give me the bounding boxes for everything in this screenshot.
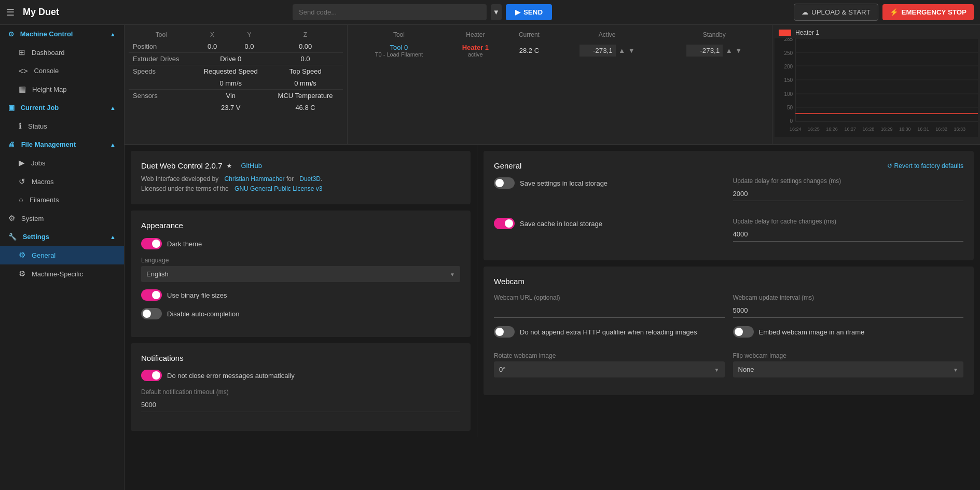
drive-label: Drive 0 (194, 53, 268, 65)
svg-text:285: 285 (784, 38, 793, 42)
github-link[interactable]: GitHub (241, 162, 261, 170)
upload-button[interactable]: ☁ UPLOAD & START (794, 4, 878, 21)
emergency-stop-button[interactable]: ⚡ EMERGENCY STOP (882, 4, 974, 20)
sidebar-item-status[interactable]: ℹ Status (0, 117, 124, 135)
embed-iframe-row: Embed webcam image in an iframe (733, 326, 964, 338)
position-label: Position (129, 40, 194, 53)
active-temp-input[interactable] (579, 45, 616, 57)
file-management-icon: 🖨 (8, 141, 15, 148)
update-delay-label: Update delay for settings changes (ms) (733, 177, 964, 185)
app-title: My Duet (23, 7, 59, 18)
vin-value: 23.7 V (194, 102, 268, 114)
license-link[interactable]: GNU General Public License v3 (234, 185, 322, 192)
webcam-interval-input[interactable] (733, 303, 964, 318)
project-link[interactable]: Duet3D (299, 175, 321, 183)
revert-link[interactable]: ↺ Revert to factory defaults (887, 162, 963, 170)
speeds-label: Speeds (129, 65, 194, 78)
heater-status: active (450, 51, 501, 58)
chart-panel: Heater 1 285 (772, 25, 980, 144)
menu-icon[interactable]: ☰ (6, 7, 15, 18)
sidebar-item-jobs[interactable]: ▶ Jobs (0, 153, 124, 172)
language-select[interactable]: English Deutsch Français (141, 266, 460, 282)
rotate-select[interactable]: 0° 90° 180° 270° (494, 361, 725, 377)
no-close-label: Do not close error messages automaticall… (167, 372, 295, 380)
dashboard-icon: ⊞ (19, 48, 25, 57)
sidebar-item-system[interactable]: ⚙ System (0, 209, 124, 228)
cache-delay-input[interactable] (733, 227, 964, 242)
sidebar-section-file-management[interactable]: 🖨 File Management ▲ (0, 135, 124, 153)
save-cache-toggle[interactable] (494, 218, 515, 229)
star-icon: ★ (226, 162, 232, 170)
svg-text:16:25: 16:25 (808, 127, 820, 132)
tool-link[interactable]: Tool 0 (390, 44, 408, 51)
sidebar-item-machine-specific[interactable]: ⚙ Machine-Specific (0, 264, 124, 283)
current-job-chevron: ▲ (110, 105, 116, 111)
top-panels: Tool X Y Z Position 0.0 0.0 0.00 (125, 25, 980, 145)
topbar-right: ☁ UPLOAD & START ⚡ EMERGENCY STOP (785, 4, 974, 21)
rotate-label: Rotate webcam image (494, 352, 725, 359)
sidebar-item-height-map[interactable]: ▦ Height Map (0, 80, 124, 99)
flip-select[interactable]: None Horizontal Vertical Both (733, 361, 964, 377)
machine-specific-icon: ⚙ (19, 269, 25, 278)
heater-row: Tool 0 T0 - Load Filament Heater 1 activ… (352, 40, 768, 61)
sidebar-item-macros[interactable]: ↺ Macros (0, 172, 124, 191)
machine-control-chevron: ▲ (110, 31, 116, 37)
settings-left: Duet Web Control 2.0.7 ★ GitHub Web Inte… (125, 145, 477, 437)
standby-temp-arrow-down[interactable]: ▼ (735, 47, 742, 54)
save-settings-toggle[interactable] (494, 177, 515, 189)
sidebar-section-machine-control[interactable]: ⊙ Machine Control ▲ (0, 25, 124, 43)
macros-icon: ↺ (19, 177, 25, 186)
sidebar-item-general[interactable]: ⚙ General (0, 246, 124, 264)
webcam-url-input[interactable] (494, 303, 725, 318)
main-layout: ⊙ Machine Control ▲ ⊞ Dashboard <> Conso… (0, 25, 980, 490)
mcu-label: MCU Temperature (268, 90, 343, 102)
svg-text:16:24: 16:24 (790, 127, 802, 132)
disable-autocomplete-label: Disable auto-completion (167, 310, 239, 318)
heater-name-label: Heater 1 (462, 44, 489, 51)
disable-autocomplete-toggle[interactable] (141, 308, 162, 319)
tool-position-panel: Tool X Y Z Position 0.0 0.0 0.00 (125, 25, 348, 144)
svg-text:16:28: 16:28 (863, 127, 875, 132)
sidebar-item-filaments[interactable]: ○ Filaments (0, 191, 124, 209)
settings-right: General ↺ Revert to factory defaults (477, 145, 980, 437)
appearance-title: Appearance (141, 221, 460, 230)
webcam-url-group: Webcam URL (optional) (494, 294, 725, 318)
sidebar-section-current-job[interactable]: ▣ Current Job ▲ (0, 99, 124, 117)
sidebar-section-settings[interactable]: 🔧 Settings ▲ (0, 228, 124, 246)
timeout-input[interactable] (141, 398, 460, 412)
send-input[interactable] (293, 4, 487, 20)
sidebar-item-dashboard[interactable]: ⊞ Dashboard (0, 43, 124, 62)
heater-current: 28.2 C (505, 40, 554, 61)
dark-theme-label: Dark theme (167, 240, 202, 248)
send-button[interactable]: ▶ SEND (506, 4, 552, 20)
heater-col-current: Current (505, 29, 554, 40)
standby-temp-input[interactable] (686, 45, 723, 57)
pos-z: 0.00 (268, 40, 343, 53)
update-delay-input[interactable] (733, 187, 964, 201)
tool-sub: T0 - Load Filament (356, 51, 442, 58)
heater-active-temp: ▲ ▼ (554, 40, 661, 61)
language-label: Language (141, 257, 460, 264)
binary-sizes-toggle[interactable] (141, 289, 162, 301)
standby-temp-arrow-up[interactable]: ▲ (726, 47, 733, 54)
dark-theme-toggle[interactable] (141, 238, 162, 249)
no-close-toggle[interactable] (141, 370, 162, 381)
flip-group: Flip webcam image None Horizontal Vertic… (733, 352, 964, 377)
top-speed-header: Top Speed (268, 65, 343, 78)
no-http-toggle[interactable] (494, 326, 515, 338)
version-label: Duet Web Control 2.0.7 (141, 161, 222, 170)
send-dropdown-btn[interactable]: ▼ (491, 4, 502, 20)
timeout-label: Default notification timeout (ms) (141, 388, 460, 396)
rotate-select-wrapper: 0° 90° 180° 270° (494, 361, 725, 377)
active-temp-arrow-up[interactable]: ▲ (618, 47, 625, 54)
language-select-wrapper: English Deutsch Français (141, 266, 460, 282)
topbar: ☰ My Duet ▼ ▶ SEND ☁ UPLOAD & START ⚡ EM… (0, 0, 980, 25)
author-link[interactable]: Christian Hammacher (225, 175, 285, 183)
pos-x: 0.0 (194, 40, 230, 53)
settings-area: Duet Web Control 2.0.7 ★ GitHub Web Inte… (125, 145, 980, 437)
active-temp-arrow-down[interactable]: ▼ (628, 47, 635, 54)
heater-col-heater: Heater (446, 29, 505, 40)
embed-iframe-toggle[interactable] (733, 326, 754, 338)
sidebar-item-console[interactable]: <> Console (0, 62, 124, 80)
top-speed-value: 0 mm/s (268, 77, 343, 90)
